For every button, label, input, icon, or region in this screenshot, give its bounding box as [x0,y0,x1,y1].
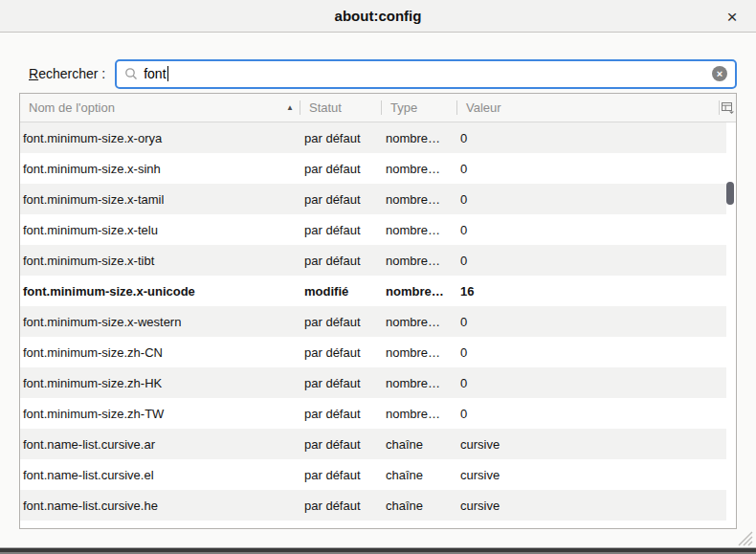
table-row[interactable]: font.minimum-size.x-sinhpar défautnombre… [20,153,726,184]
column-header-type-label: Type [390,100,417,115]
text-caret [167,66,168,81]
table-row[interactable]: font.name-list.cursive.elpar défautchaîn… [20,459,726,490]
pref-name: font.minimum-size.zh-CN [20,345,300,360]
pref-type: nombre… [381,162,456,176]
about-config-window: { "window": { "title": "about:config", "… [0,0,756,554]
column-picker-icon [721,100,735,115]
pref-name: font.minimum-size.x-tibt [20,254,300,268]
search-label-rest: echercher : [38,66,105,81]
search-label-accesskey: R [29,66,38,81]
pref-name: font.name-list.cursive.ar [20,437,300,452]
column-header-value[interactable]: Valeur [456,94,719,122]
pref-type: chaîne [381,468,456,482]
pref-name: font.minimum-size.x-unicode [20,284,300,299]
pref-value: cursive [456,468,726,482]
clear-search-icon[interactable]: × [712,66,727,81]
search-row: Rechercher : font × [29,58,737,89]
table-body: font.minimum-size.x-oryapar défautnombre… [20,122,736,521]
pref-type: nombre… [381,192,456,207]
table-row[interactable]: font.minimum-size.x-westernpar défautnom… [20,306,726,337]
resize-grip-icon[interactable] [736,530,753,546]
pref-status: modifié [300,284,381,299]
column-header-type[interactable]: Type [381,94,456,122]
pref-status: par défaut [300,376,381,390]
pref-value: 0 [456,376,726,390]
pref-status: par défaut [300,407,381,421]
pref-name: font.minimum-size.x-western [20,315,300,329]
window-bottom-edge [0,547,756,554]
table-row[interactable]: font.minimum-size.zh-HKpar défautnombre…… [20,367,726,398]
pref-type: chaîne [381,437,456,452]
pref-type: chaîne [381,499,456,513]
table-row[interactable]: font.minimum-size.zh-TWpar défautnombre…… [20,398,726,429]
pref-status: par défaut [300,131,381,145]
column-header-status[interactable]: Statut [300,94,381,122]
pref-value: 0 [456,192,726,207]
pref-name: font.minimum-size.zh-HK [20,376,300,390]
titlebar[interactable]: about:config × [0,0,756,33]
pref-status: par défaut [300,345,381,360]
pref-type: nombre… [381,254,456,268]
table-header: Nom de l'option ▲ Statut Type Valeur [20,94,736,122]
pref-status: par défaut [300,468,381,482]
column-header-value-label: Valeur [466,100,501,115]
pref-status: par défaut [300,315,381,329]
column-header-status-label: Statut [309,100,342,115]
table-row[interactable]: font.minimum-size.x-tamilpar défautnombr… [20,184,726,214]
vertical-scrollbar-thumb[interactable] [726,182,734,205]
window-title: about:config [335,8,422,24]
pref-name: font.minimum-size.x-sinh [20,162,300,176]
pref-type: nombre… [381,131,456,145]
pref-status: par défaut [300,437,381,452]
column-header-name[interactable]: Nom de l'option ▲ [20,94,300,122]
pref-status: par défaut [300,192,381,207]
pref-value: 16 [456,284,726,299]
pref-value: 0 [456,315,726,329]
table-row[interactable]: font.minimum-size.zh-CNpar défautnombre…… [20,337,726,367]
search-label: Rechercher : [29,66,105,81]
pref-type: nombre… [381,376,456,390]
search-input[interactable]: font × [115,59,737,89]
close-icon[interactable]: × [720,4,745,29]
pref-value: 0 [456,223,726,237]
prefs-table: Nom de l'option ▲ Statut Type Valeur fon… [19,93,737,529]
pref-type: nombre… [381,315,456,329]
pref-type: nombre… [381,223,456,237]
pref-status: par défaut [300,499,381,513]
pref-name: font.minimum-size.zh-TW [20,407,300,421]
pref-type: nombre… [381,345,456,360]
pref-type: nombre… [381,407,456,421]
pref-value: 0 [456,407,726,421]
pref-value: cursive [456,499,726,513]
pref-name: font.minimum-size.x-telu [20,223,300,237]
pref-value: 0 [456,131,726,145]
pref-value: cursive [456,437,726,452]
pref-name: font.name-list.cursive.el [20,468,300,482]
pref-name: font.name-list.cursive.he [20,499,300,513]
sort-asc-icon: ▲ [286,103,294,112]
table-row[interactable]: font.minimum-size.x-telupar défautnombre… [20,214,726,245]
table-row[interactable]: font.name-list.cursive.hepar défautchaîn… [20,490,726,521]
table-row[interactable]: font.minimum-size.x-tibtpar défautnombre… [20,245,726,276]
pref-status: par défaut [300,254,381,268]
pref-value: 0 [456,162,726,176]
pref-name: font.minimum-size.x-tamil [20,192,300,207]
pref-status: par défaut [300,162,381,176]
search-input-value: font [144,66,166,81]
pref-status: par défaut [300,223,381,237]
pref-name: font.minimum-size.x-orya [20,131,300,145]
pref-type: nombre… [381,284,456,299]
table-row[interactable]: font.name-list.cursive.arpar défautchaîn… [20,429,726,459]
table-row[interactable]: font.minimum-size.x-unicodemodifiénombre… [20,276,726,306]
pref-value: 0 [456,345,726,360]
column-header-name-label: Nom de l'option [29,100,115,115]
search-icon [124,67,138,80]
table-row[interactable]: font.minimum-size.x-oryapar défautnombre… [20,122,726,153]
pref-value: 0 [456,254,726,268]
column-picker-button[interactable] [719,94,736,122]
